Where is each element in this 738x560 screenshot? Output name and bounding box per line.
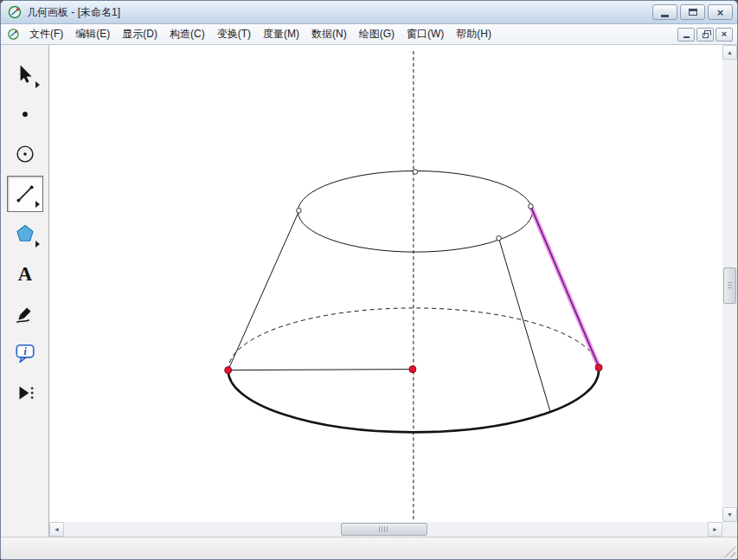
polygon-tool-icon xyxy=(14,222,36,245)
horizontal-scroll-thumb[interactable] xyxy=(341,523,427,536)
menu-data[interactable]: 数据(N) xyxy=(305,24,353,44)
scroll-right-icon: ► xyxy=(712,526,718,532)
scroll-up-icon: ▲ xyxy=(727,49,733,55)
marker-tool-button[interactable] xyxy=(7,295,43,331)
red-point[interactable] xyxy=(409,366,416,373)
information-tool-icon: i xyxy=(14,342,36,364)
svg-text:A: A xyxy=(17,263,32,285)
red-point[interactable] xyxy=(595,364,602,371)
compass-tool-icon xyxy=(14,143,36,165)
mdi-close-icon: × xyxy=(722,29,727,39)
window-title: 几何画板 - [未命名1] xyxy=(27,5,650,20)
menu-measure[interactable]: 度量(M) xyxy=(257,24,305,44)
arrow-tool-button[interactable] xyxy=(7,56,43,93)
mdi-window-controls: × xyxy=(676,28,735,42)
scroll-up-button[interactable]: ▲ xyxy=(722,45,737,60)
menu-help[interactable]: 帮助(H) xyxy=(450,24,497,44)
flyout-arrow-icon xyxy=(35,241,40,248)
menu-bar: 文件(F)编辑(E)显示(D)构造(C)变换(T)度量(M)数据(N)绘图(G)… xyxy=(1,24,737,45)
horizontal-scroll-track[interactable] xyxy=(64,522,708,537)
selection-arrow-icon xyxy=(14,63,36,86)
menu-window[interactable]: 窗口(W) xyxy=(401,24,450,44)
segment[interactable] xyxy=(228,211,299,370)
scrollbar-corner xyxy=(722,522,737,537)
horizontal-scrollbar[interactable]: ◄ ► xyxy=(49,522,722,537)
information-tool-button[interactable]: i xyxy=(7,335,43,371)
menu-file[interactable]: 文件(F) xyxy=(23,24,69,44)
point-tool-button[interactable] xyxy=(7,96,43,132)
sketchpad-app-icon xyxy=(8,5,22,19)
title-bar: 几何画板 - [未命名1] × xyxy=(1,1,737,24)
minimize-button[interactable] xyxy=(652,4,677,20)
work-area: ▲ ▼ ◄ ► xyxy=(49,45,737,537)
sketch-svg xyxy=(49,45,722,522)
point-tool-icon xyxy=(14,103,36,126)
menu-edit[interactable]: 编辑(E) xyxy=(69,24,116,44)
svg-text:i: i xyxy=(23,344,27,357)
menu-items: 文件(F)编辑(E)显示(D)构造(C)变换(T)度量(M)数据(N)绘图(G)… xyxy=(23,24,676,44)
drawing-canvas[interactable] xyxy=(49,45,722,522)
scroll-left-button[interactable]: ◄ xyxy=(49,522,64,537)
mdi-restore-icon xyxy=(703,33,709,38)
scroll-down-button[interactable]: ▼ xyxy=(722,507,737,522)
custom-tool-button[interactable] xyxy=(7,375,43,411)
custom-tool-icon xyxy=(14,382,36,404)
scroll-down-icon: ▼ xyxy=(727,512,733,518)
construction-point[interactable] xyxy=(297,209,302,214)
segment[interactable] xyxy=(228,370,413,370)
resize-grip[interactable] xyxy=(724,546,735,557)
polygon-tool-button[interactable] xyxy=(7,216,43,252)
vertical-scroll-track[interactable] xyxy=(722,60,737,507)
segment-tool-icon xyxy=(14,183,36,205)
scroll-right-button[interactable]: ► xyxy=(708,522,722,537)
close-button[interactable]: × xyxy=(708,4,733,20)
construction-point[interactable] xyxy=(497,235,502,241)
menu-transform[interactable]: 变换(T) xyxy=(211,24,257,44)
minimize-icon xyxy=(661,15,669,17)
text-tool-button[interactable]: A xyxy=(7,255,43,292)
main-area: Ai ▲ ▼ ◄ ► xyxy=(1,45,737,537)
selected-segment[interactable] xyxy=(530,206,599,366)
straightedge-tool-button[interactable] xyxy=(7,176,43,212)
construction-point[interactable] xyxy=(529,204,534,209)
mdi-minimize-button[interactable] xyxy=(677,28,695,42)
window-controls: × xyxy=(650,4,733,20)
flyout-arrow-icon xyxy=(35,81,40,88)
app-window: 几何画板 - [未命名1] × 文件(F)编辑(E)显示(D)构造(C)变换(T… xyxy=(0,0,738,560)
tool-palette: Ai xyxy=(1,45,49,537)
compass-tool-button[interactable] xyxy=(7,136,43,172)
menu-graph[interactable]: 绘图(G) xyxy=(353,24,401,44)
status-bar xyxy=(1,537,737,559)
vertical-scroll-thumb[interactable] xyxy=(723,267,736,304)
construction-point[interactable] xyxy=(413,170,418,175)
flyout-arrow-icon xyxy=(35,201,40,208)
mdi-restore-button[interactable] xyxy=(696,28,714,42)
text-tool-icon: A xyxy=(14,262,36,285)
maximize-icon xyxy=(689,9,697,16)
close-icon: × xyxy=(717,7,724,18)
menu-construct[interactable]: 构造(C) xyxy=(164,24,211,44)
mdi-close-button[interactable]: × xyxy=(716,28,733,42)
document-system-icon[interactable] xyxy=(7,28,20,41)
marker-tool-icon xyxy=(14,302,36,325)
maximize-button[interactable] xyxy=(680,4,705,20)
scroll-left-icon: ◄ xyxy=(54,526,60,532)
menu-display[interactable]: 显示(D) xyxy=(116,24,164,44)
vertical-scrollbar[interactable]: ▲ ▼ xyxy=(722,45,737,522)
red-point[interactable] xyxy=(225,367,232,374)
mdi-minimize-icon xyxy=(683,36,690,38)
